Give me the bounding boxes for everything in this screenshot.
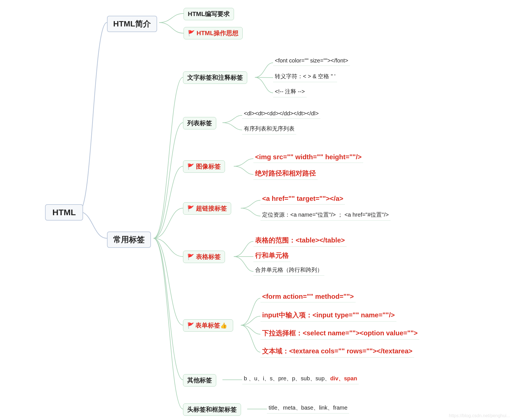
leaf-escape-chars[interactable]: 转义字符：< > & 空格 " ' [273,71,337,82]
node-common-tags[interactable]: 常用标签 [107,232,151,248]
leaf-path[interactable]: 绝对路径和相对路径 [253,168,318,180]
leaf-comment[interactable]: <!-- 注释 --> [273,87,307,97]
watermark: https://blog.csdn.net/penghui... [449,413,510,418]
leaf-form-tag[interactable]: <form action="" method=""> [260,291,356,302]
node-hyperlink-tags[interactable]: 超链接标签 [183,202,231,215]
leaf-other-tags-red: div、span [330,375,357,381]
node-form-tags[interactable]: 表单标签 [183,319,233,332]
root-node[interactable]: HTML [45,204,83,221]
leaf-textarea-tag[interactable]: 文本域：<textarea cols="" rows=""></textarea… [260,345,414,358]
leaf-row-cell[interactable]: 行和单元格 [253,250,291,262]
leaf-anchor[interactable]: 定位资源：<a name="位置"/> ； <a href="#位置"/> [260,210,391,221]
node-head-frame-tags[interactable]: 头标签和框架标签 [183,403,241,416]
leaf-img-tag[interactable]: <img src="" width="" height=""/> [253,152,363,163]
node-writing-req[interactable]: HTML编写要求 [184,8,234,20]
node-image-tags[interactable]: 图像标签 [183,160,225,173]
node-list-tags[interactable]: 列表标签 [183,117,216,129]
leaf-dl-tag[interactable]: <dl><dt><dd></dd></dt></dl> [242,109,320,119]
leaf-other-tags-plain: b 、u、i、s、pre、p、sub、sup、 [244,375,330,381]
leaf-font-tag[interactable]: <font color="" size=""></font> [273,56,350,66]
leaf-table-range[interactable]: 表格的范围：<table></table> [253,235,347,247]
node-text-tags[interactable]: 文字标签和注释标签 [183,71,247,84]
leaf-other-tags[interactable]: b 、u、i、s、pre、p、sub、sup、div、span [242,374,359,384]
leaf-ordered-unordered[interactable]: 有序列表和无序列表 [242,124,296,134]
leaf-input-tag[interactable]: input中输入项：<input type="" name=""/> [260,309,396,322]
node-html-intro[interactable]: HTML简介 [107,16,157,32]
leaf-merge-cell[interactable]: 合并单元格（跨行和跨列） [253,265,324,276]
node-operating-idea[interactable]: HTML操作思想 [184,27,243,39]
node-table-tags[interactable]: 表格标签 [183,251,225,263]
leaf-select-tag[interactable]: 下拉选择框：<select name=""><option value=""> [260,327,419,340]
node-other-tags[interactable]: 其他标签 [183,374,216,387]
leaf-a-tag[interactable]: <a href="" target=""></a> [260,194,345,205]
leaf-head-tags[interactable]: title、meta、base、link、frame [267,403,349,414]
